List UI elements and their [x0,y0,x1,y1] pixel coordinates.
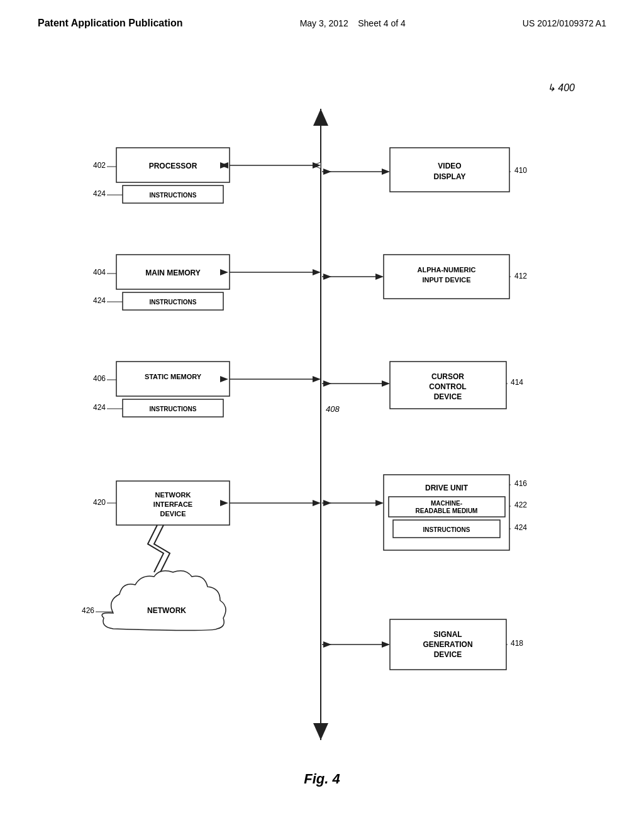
svg-marker-101 [323,641,331,648]
svg-text:VIDEO: VIDEO [438,162,461,170]
publication-date: May 3, 2012 Sheet 4 of 4 [300,18,406,28]
svg-text:DISPLAY: DISPLAY [434,172,466,181]
svg-text:DEVICE: DEVICE [160,510,186,517]
svg-text:424: 424 [93,189,106,198]
svg-marker-92 [323,500,331,506]
svg-text:406: 406 [93,374,106,383]
svg-text:STATIC MEMORY: STATIC MEMORY [145,373,202,380]
svg-text:426: 426 [82,606,94,615]
svg-marker-77 [382,380,390,387]
svg-text:READABLE MEDIUM: READABLE MEDIUM [416,507,478,514]
svg-marker-49 [313,500,321,506]
svg-text:CURSOR: CURSOR [431,372,464,381]
svg-text:DEVICE: DEVICE [434,392,462,401]
svg-text:MACHINE-: MACHINE- [431,500,462,507]
svg-text:SIGNAL: SIGNAL [433,630,462,639]
svg-text:404: 404 [93,268,106,277]
svg-text:INTERFACE: INTERFACE [153,501,192,508]
svg-text:MAIN MEMORY: MAIN MEMORY [145,268,201,277]
svg-text:INSTRUCTIONS: INSTRUCTIONS [150,299,197,306]
svg-text:418: 418 [511,639,523,648]
svg-text:408: 408 [326,404,340,414]
svg-marker-29 [313,269,321,275]
svg-text:424: 424 [514,523,527,532]
svg-text:CONTROL: CONTROL [429,382,466,391]
svg-marker-60 [382,169,390,175]
svg-marker-76 [323,380,331,387]
svg-marker-67 [323,274,331,280]
figure-caption: Fig. 4 [304,771,340,787]
page-header: Patent Application Publication May 3, 20… [0,0,644,29]
svg-marker-93 [375,500,384,506]
svg-marker-40 [313,376,321,382]
svg-text:420: 420 [93,498,106,507]
svg-text:402: 402 [93,161,106,170]
svg-text:DRIVE UNIT: DRIVE UNIT [425,484,469,492]
svg-text:INSTRUCTIONS: INSTRUCTIONS [150,192,197,199]
svg-text:412: 412 [514,272,527,280]
svg-text:NETWORK: NETWORK [155,491,191,499]
svg-text:INSTRUCTIONS: INSTRUCTIONS [423,526,470,533]
svg-text:422: 422 [514,501,527,509]
svg-text:PROCESSOR: PROCESSOR [149,162,197,170]
svg-text:416: 416 [514,479,527,488]
patent-number: US 2012/0109372 A1 [523,18,606,28]
svg-text:424: 424 [93,296,106,305]
svg-text:INPUT DEVICE: INPUT DEVICE [422,276,470,284]
svg-text:INSTRUCTIONS: INSTRUCTIONS [150,406,197,412]
svg-text:410: 410 [514,166,527,175]
svg-text:424: 424 [93,403,106,412]
svg-marker-68 [375,274,384,280]
diagram-svg: 408 PROCESSOR INSTRUCTIONS 402 424 MAIN … [31,75,613,786]
svg-text:GENERATION: GENERATION [423,640,472,649]
svg-marker-59 [323,169,331,175]
svg-text:NETWORK: NETWORK [147,606,186,615]
svg-marker-102 [382,641,390,648]
svg-text:414: 414 [511,378,523,387]
publication-title: Patent Application Publication [38,18,183,29]
svg-text:DEVICE: DEVICE [434,650,462,659]
svg-text:ALPHA-NUMERIC: ALPHA-NUMERIC [418,266,476,274]
diagram: ↳ 400 408 PROCESSOR INSTRUCTIONS 402 424 [31,75,613,786]
